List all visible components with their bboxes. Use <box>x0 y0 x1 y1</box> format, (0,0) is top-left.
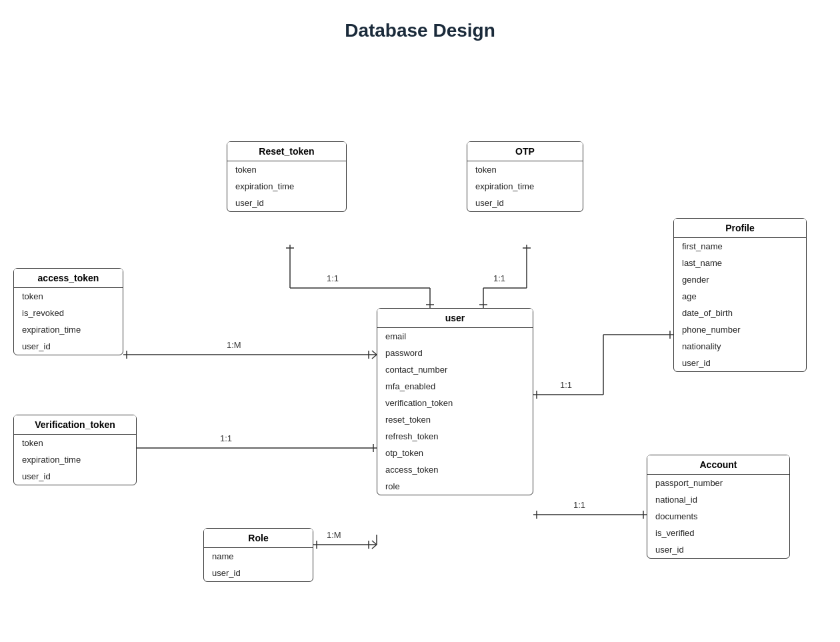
field-vt-expiration: expiration_time <box>14 451 136 468</box>
field-profile-nationality: nationality <box>674 338 806 355</box>
svg-line-31 <box>372 541 377 545</box>
field-account-docs: documents <box>647 508 789 525</box>
field-reset-token-userid: user_id <box>227 195 346 211</box>
field-user-otp: otp_token <box>377 445 533 461</box>
svg-line-14 <box>372 351 377 355</box>
entity-role: Role name user_id <box>203 528 313 582</box>
field-profile-gender: gender <box>674 271 806 288</box>
field-profile-phone: phone_number <box>674 321 806 338</box>
field-user-email: email <box>377 328 533 345</box>
field-account-userid: user_id <box>647 541 789 558</box>
field-profile-lastname: last_name <box>674 255 806 271</box>
field-vt-token: token <box>14 435 136 451</box>
entity-user-body: email password contact_number mfa_enable… <box>377 328 533 495</box>
diagram: 1:1 1:1 1:M 1:1 <box>0 48 840 642</box>
entity-account: Account passport_number national_id docu… <box>647 455 790 559</box>
field-at-expiration: expiration_time <box>14 321 123 338</box>
entity-otp-body: token expiration_time user_id <box>467 161 583 211</box>
field-account-national: national_id <box>647 491 789 508</box>
entity-user: user email password contact_number mfa_e… <box>377 308 533 495</box>
entity-otp: OTP token expiration_time user_id <box>467 141 583 212</box>
field-otp-token: token <box>467 161 583 178</box>
svg-text:1:M: 1:M <box>227 340 241 350</box>
svg-text:1:1: 1:1 <box>573 500 585 510</box>
entity-access-token-header: access_token <box>14 269 123 288</box>
field-at-token: token <box>14 288 123 305</box>
field-reset-token-token: token <box>227 161 346 178</box>
svg-text:1:1: 1:1 <box>560 380 572 390</box>
field-profile-firstname: first_name <box>674 238 806 255</box>
entity-role-body: name user_id <box>204 548 313 581</box>
entity-access-token: access_token token is_revoked expiration… <box>13 268 123 355</box>
field-profile-dob: date_of_birth <box>674 305 806 321</box>
field-user-password: password <box>377 345 533 361</box>
entity-otp-header: OTP <box>467 142 583 161</box>
entity-verification-token-header: Verification_token <box>14 415 136 435</box>
entity-verification-token-body: token expiration_time user_id <box>14 435 136 485</box>
field-role-name: name <box>204 548 313 565</box>
entity-role-header: Role <box>204 529 313 548</box>
field-user-vtoken: verification_token <box>377 395 533 411</box>
field-reset-token-expiration: expiration_time <box>227 178 346 195</box>
svg-text:1:1: 1:1 <box>327 273 339 283</box>
field-role-userid: user_id <box>204 565 313 581</box>
field-account-verified: is_verified <box>647 525 789 541</box>
field-user-rtoken: reset_token <box>377 411 533 428</box>
entity-access-token-body: token is_revoked expiration_time user_id <box>14 288 123 355</box>
field-user-contact: contact_number <box>377 361 533 378</box>
entity-verification-token: Verification_token token expiration_time… <box>13 415 137 485</box>
field-user-refresh: refresh_token <box>377 428 533 445</box>
entity-account-body: passport_number national_id documents is… <box>647 475 789 558</box>
field-account-passport: passport_number <box>647 475 789 491</box>
field-otp-userid: user_id <box>467 195 583 211</box>
entity-profile-body: first_name last_name gender age date_of_… <box>674 238 806 371</box>
svg-text:1:1: 1:1 <box>493 273 505 283</box>
field-profile-userid: user_id <box>674 355 806 371</box>
svg-line-32 <box>372 545 377 549</box>
field-profile-age: age <box>674 288 806 305</box>
field-at-revoked: is_revoked <box>14 305 123 321</box>
svg-text:1:M: 1:M <box>327 530 341 540</box>
field-user-mfa: mfa_enabled <box>377 378 533 395</box>
field-otp-expiration: expiration_time <box>467 178 583 195</box>
page-title: Database Design <box>0 0 840 48</box>
entity-reset-token: Reset_token token expiration_time user_i… <box>227 141 347 212</box>
entity-reset-token-body: token expiration_time user_id <box>227 161 346 211</box>
field-at-userid: user_id <box>14 338 123 355</box>
entity-account-header: Account <box>647 455 789 475</box>
entity-profile-header: Profile <box>674 219 806 238</box>
svg-text:1:1: 1:1 <box>220 433 232 443</box>
entity-profile: Profile first_name last_name gender age … <box>673 218 807 372</box>
entity-reset-token-header: Reset_token <box>227 142 346 161</box>
field-user-role: role <box>377 478 533 495</box>
field-vt-userid: user_id <box>14 468 136 485</box>
svg-line-15 <box>372 355 377 359</box>
field-user-access: access_token <box>377 461 533 478</box>
entity-user-header: user <box>377 309 533 328</box>
